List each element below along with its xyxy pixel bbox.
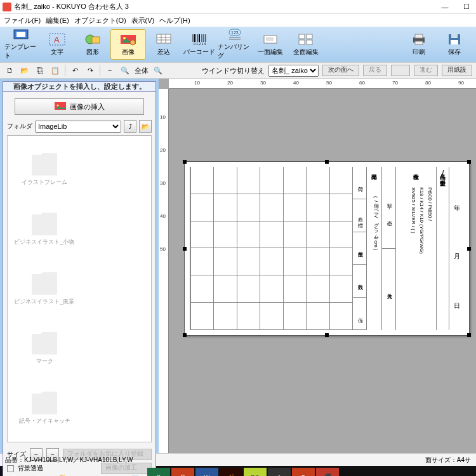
unit-price-label: 売単 * [367, 167, 381, 194]
zoom-all-label[interactable]: 全体 [135, 66, 149, 76]
powerpoint-icon[interactable]: P [171, 468, 194, 476]
folder-icon [32, 213, 57, 235]
excel-icon[interactable]: X [147, 468, 170, 476]
menu-file[interactable]: ファイル(F) [4, 16, 41, 25]
status-bar: 品番：KJ-VH10LB,LY,W／KJ-VHA10LB,LY,W 面サイズ：A… [0, 453, 476, 466]
app-icon [3, 3, 11, 11]
metal-body: Pt900 / Pt850 / K18 / K14 / K10 (YG/PG/W… [396, 185, 436, 330]
svg-rect-35 [451, 34, 458, 38]
next-face-button[interactable]: 次の面へ [322, 65, 359, 76]
document-select[interactable]: 名刺_ zaiko [268, 65, 319, 77]
thumbnail-area: イラストフレーム ビジネスイラスト_小物 ビジネスイラスト_風景 マーク 記号・… [7, 135, 152, 442]
image-icon [55, 102, 66, 111]
table-grid [190, 167, 352, 330]
tool-shape[interactable]: 図形 [75, 29, 110, 60]
svg-rect-36 [451, 40, 458, 44]
tool-template[interactable]: テンプレート [4, 29, 39, 60]
svg-rect-24 [264, 36, 277, 43]
svg-rect-5 [92, 37, 100, 43]
start-button[interactable]: ⊞ [3, 468, 25, 476]
tool-merge[interactable]: 差込 [146, 29, 182, 60]
mail-icon[interactable]: 📨 [123, 468, 146, 476]
menu-edit[interactable]: 編集(E) [46, 16, 69, 25]
menubar: ファイル(F) 編集(E) オブジェクト(O) 表示(V) ヘルプ(H) [0, 14, 476, 27]
edge-icon[interactable]: e [75, 468, 98, 476]
taskbar: ⊞ ◯ 📁 e 🛍 📨 X P W Ai RG ● P ⬛ [0, 466, 476, 476]
redo-icon[interactable]: ↷ [84, 65, 96, 76]
forward-button[interactable]: 進む [414, 65, 438, 76]
svg-text:A: A [54, 35, 60, 44]
svg-text:0 1 2 1 4: 0 1 2 1 4 [194, 42, 206, 46]
undo-icon[interactable]: ↶ [69, 65, 81, 76]
thumb-item[interactable]: ビジネスイラスト_小物 [13, 201, 76, 258]
ppt2-icon[interactable]: P [292, 468, 315, 476]
unit-price-body: ( 個 / ペア / グラム / cm ) [367, 194, 381, 330]
app-task-icon[interactable]: ⬛ [316, 468, 339, 476]
tool-image[interactable]: 画像 [110, 29, 146, 60]
store-icon[interactable]: 🛍 [99, 468, 122, 476]
thumb-item[interactable]: マーク [13, 320, 76, 377]
minimize-button[interactable]: — [438, 2, 452, 12]
copy-icon[interactable]: ⿻ [34, 65, 46, 76]
new-doc-icon[interactable]: 🗋 [4, 65, 15, 76]
thumb-item[interactable]: ビジネスイラスト_風景 [13, 260, 76, 317]
ruler-horizontal: 10 20 30 40 50 60 70 80 90 [169, 79, 476, 89]
word-icon[interactable]: W [195, 468, 218, 476]
back-button[interactable]: 戻る [363, 65, 387, 76]
card-page[interactable]: 年月日 品名/型番 金種 Pt900 / Pt850 / K18 / K14 /… [184, 161, 470, 336]
rg-icon[interactable]: RG [244, 468, 267, 476]
folder-up-button[interactable]: ⤴ [124, 120, 136, 133]
zoom-in-icon[interactable]: 🔍 [152, 65, 164, 76]
folder-icon [32, 332, 57, 355]
menu-help[interactable]: ヘルプ(H) [159, 16, 190, 25]
paper-setting-button[interactable]: 用紙設 [442, 65, 472, 76]
tool-all-edit[interactable]: 全面編集 [288, 29, 324, 60]
menu-object[interactable]: オブジェクト(O) [74, 16, 126, 25]
metal-label: 金種 [396, 167, 436, 185]
product-label: 品名/型番 [436, 167, 449, 330]
svg-point-8 [130, 40, 135, 45]
svg-rect-29 [299, 40, 305, 44]
paste-icon[interactable]: 📋 [50, 65, 61, 76]
illustrator-icon[interactable]: Ai [220, 468, 242, 476]
tool-save[interactable]: 保存 [437, 29, 472, 60]
svg-text:123: 123 [231, 30, 239, 35]
status-product: 品番：KJ-VH10LB,LY,W／KJ-VHA10LB,LY,W [5, 456, 133, 465]
svg-rect-9 [157, 34, 171, 43]
svg-rect-1 [17, 32, 25, 37]
thumb-item[interactable]: 記号・アイキャッチ [13, 380, 76, 437]
folder-label: フォルダ [7, 122, 32, 131]
insert-image-button[interactable]: 画像の挿入 [15, 98, 144, 115]
wholesale-label: 卸 / 小売 [382, 167, 395, 249]
explorer-icon[interactable]: 📁 [51, 468, 74, 476]
card-content: 年月日 品名/型番 金種 Pt900 / Pt850 / K18 / K14 /… [190, 167, 464, 330]
tool-barcode[interactable]: 0 1 2 1 4バーコード [182, 29, 217, 60]
zoom-out-icon[interactable]: − [104, 65, 116, 76]
tool-text[interactable]: A文字 [39, 29, 75, 60]
svg-point-38 [56, 105, 58, 107]
maximize-button[interactable]: ☐ [459, 2, 473, 12]
panel-header: 画像オブジェクトを挿入し、設定します。 [3, 81, 156, 92]
folder-select[interactable]: ImageLib [35, 121, 121, 133]
tool-numbering[interactable]: 123ナンバリング [217, 29, 253, 60]
ruler-vertical: 10 20 30 40 50 [159, 89, 169, 453]
canvas-area[interactable]: 10 20 30 40 50 60 70 80 90 10 20 30 40 5… [159, 79, 476, 453]
nav-blank-button[interactable] [391, 65, 410, 76]
chrome-icon[interactable]: ● [268, 468, 291, 476]
folder-open-button[interactable]: 📂 [139, 120, 152, 133]
window-title: 名刺_ zaiko - KOKUYO 合わせ名人 3 [14, 2, 438, 11]
svg-point-7 [123, 37, 126, 39]
tool-single-edit[interactable]: 一面編集 [253, 29, 288, 60]
status-size: 面サイズ：A4サ [425, 456, 471, 465]
secondary-toolbar: 🗋 📂 ⿻ 📋 ↶ ↷ − 🔍 全体 🔍 ウインドウ切り替え 名刺_ zaiko… [0, 62, 476, 79]
zoom-icon[interactable]: 🔍 [119, 65, 131, 76]
workspace: 画像オブジェクトを挿入し、設定します。 画像の挿入 フォルダ ImageLib … [0, 79, 476, 453]
supplier-label: 仕入先 [382, 249, 395, 330]
date-column: 年月日 [449, 167, 464, 330]
cortana-icon[interactable]: ◯ [27, 468, 50, 476]
open-icon[interactable]: 📂 [19, 65, 30, 76]
menu-view[interactable]: 表示(V) [131, 16, 155, 25]
svg-rect-27 [299, 34, 305, 39]
thumb-item[interactable]: イラストフレーム [13, 141, 76, 198]
tool-print[interactable]: 印刷 [401, 29, 437, 60]
